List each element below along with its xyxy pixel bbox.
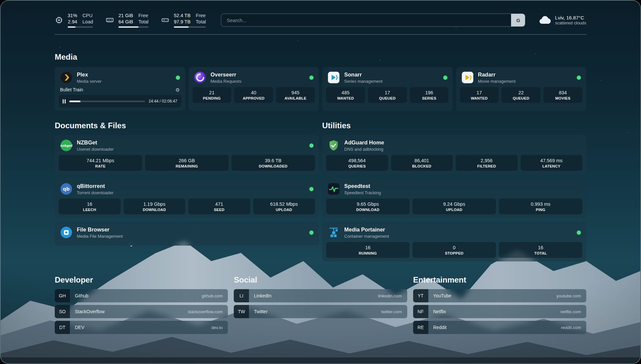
gear-icon[interactable]: ⚙: [175, 87, 180, 92]
service-stats: 744.21 MbpsRATE266 GBREMAINING39.6 TBDOW…: [59, 155, 315, 171]
service-info: NZBGetUsenet downloader: [77, 139, 114, 152]
stat-rate: 744.21 MbpsRATE: [59, 155, 142, 171]
stat-label: QUEUED: [369, 96, 406, 100]
stat-label: SEED: [190, 208, 249, 212]
service-name: NZBGet: [77, 139, 114, 146]
bookmark-url: github.com: [202, 293, 228, 298]
service-description: Torrent downloader: [77, 190, 113, 195]
resource-body: 52.4 TBFree97.9 TBTotal: [174, 13, 206, 28]
resource-label: Free: [196, 13, 206, 18]
service-card-plex[interactable]: PlexMedia serverBullet Train⚙24:44 / 02:…: [55, 67, 185, 111]
resource-label: Total: [138, 19, 149, 25]
bookmark-twitter[interactable]: TWTwittertwitter.com: [234, 305, 407, 318]
stat-available: 945AVAILABLE: [276, 87, 315, 103]
bookmark-groups: DeveloperGHGithubgithub.comSOStackOverfl…: [55, 275, 586, 334]
stat-label: REMAINING: [146, 164, 227, 168]
topbar-divider: [55, 34, 586, 35]
service-card-overseerr[interactable]: OverseerrMedia Requests21PENDING40APPROV…: [189, 67, 319, 111]
dashboard-screen: 31%CPU2.94Load21 GiBFree64 GiBTotal52.4 …: [0, 0, 641, 364]
service-stats: 498,564QUERIES86,401BLOCKED2,956FILTERED…: [326, 155, 582, 171]
stat-label: RATE: [60, 164, 141, 168]
adguard-icon: [327, 139, 340, 152]
service-name: AdGuard Home: [344, 139, 384, 146]
stat-value: 16: [500, 245, 581, 250]
utilities-cards: AdGuard HomeDNS and adblocking498,564QUE…: [322, 135, 586, 261]
bookmark-github[interactable]: GHGithubgithub.com: [55, 289, 228, 302]
service-description: Media File Management: [77, 234, 123, 239]
svg-text:qb: qb: [63, 186, 70, 192]
bookmark-name: LinkedIn: [249, 293, 271, 298]
service-header: nzbgetNZBGetUsenet downloader: [59, 138, 315, 155]
service-stats: 21PENDING40APPROVED945AVAILABLE: [193, 87, 315, 103]
qbittorrent-icon: qb: [60, 183, 73, 195]
resource-bar-fill: [118, 26, 138, 28]
pause-button[interactable]: [63, 99, 66, 104]
stat-label: TOTAL: [500, 251, 581, 255]
resource-bar-fill: [68, 26, 76, 28]
service-card-file-browser[interactable]: File BrowserMedia File Management: [55, 222, 319, 246]
bookmark-stackoverflow[interactable]: SOStackOverflowstackoverflow.com: [55, 305, 228, 318]
stat-value: 16: [60, 201, 119, 207]
stat-movies: 834MOVIES: [543, 87, 582, 103]
stat-value: 485: [327, 90, 364, 95]
stat-label: UPLOAD: [414, 208, 495, 212]
resource-bar: [68, 26, 93, 28]
bookmark-abbr: GH: [55, 289, 70, 302]
status-indicator: [577, 230, 581, 235]
bookmark-reddit[interactable]: RERedditreddit.com: [413, 321, 586, 334]
service-card-radarr[interactable]: RadarrMovie management17WANTED22QUEUED83…: [456, 67, 587, 111]
service-name: Plex: [77, 72, 102, 78]
stat-label: AVAILABLE: [277, 96, 314, 100]
service-card-adguard-home[interactable]: AdGuard HomeDNS and adblocking498,564QUE…: [322, 135, 586, 174]
section-documents-files: Documents & Files nzbgetNZBGetUsenet dow…: [55, 121, 319, 246]
service-card-qbittorrent[interactable]: qbqBittorrentTorrent downloader16LEECH1.…: [55, 178, 319, 218]
stat-value: 22: [503, 90, 539, 95]
stat-value: 945: [277, 90, 314, 95]
stat-label: LATENCY: [522, 164, 581, 168]
dashboard-content: 31%CPU2.94Load21 GiBFree64 GiBTotal52.4 …: [55, 1, 586, 334]
service-header: OverseerrMedia Requests: [193, 71, 315, 87]
service-card-speedtest[interactable]: SpeedtestSpeedtest Tracking9.65 GbpsDOWN…: [322, 178, 586, 218]
service-card-nzbget[interactable]: nzbgetNZBGetUsenet downloader744.21 Mbps…: [55, 135, 319, 174]
stat-label: STOPPED: [414, 251, 495, 255]
service-info: qBittorrentTorrent downloader: [77, 183, 113, 195]
service-header: SonarrSeries management: [326, 71, 449, 87]
stat-upload: 618.52 MbpsUPLOAD: [253, 198, 315, 214]
radarr-icon: [461, 71, 474, 84]
stat-queued: 22QUEUED: [502, 87, 540, 103]
service-info: Media PortainerContainer management: [344, 227, 389, 239]
bookmark-dev[interactable]: DTDEVdev.to: [55, 321, 228, 334]
stat-label: MOVIES: [545, 96, 581, 100]
bookmark-netflix[interactable]: NFNetflixnetflix.com: [413, 305, 586, 318]
group-title-utilities: Utilities: [322, 121, 586, 130]
status-indicator: [309, 76, 314, 80]
topbar: 31%CPU2.94Load21 GiBFree64 GiBTotal52.4 …: [55, 13, 586, 28]
service-card-sonarr[interactable]: SonarrSeries management485WANTED17QUEUED…: [322, 67, 453, 111]
search-provider-button[interactable]: G: [511, 14, 525, 26]
stat-value: 618.52 Mbps: [255, 201, 314, 207]
stat-value: 17: [369, 90, 406, 95]
group-title-developer: Developer: [55, 275, 228, 285]
service-card-media-portainer[interactable]: Media PortainerContainer management16RUN…: [322, 222, 586, 261]
memory-icon: [106, 16, 114, 24]
service-description: DNS and adblocking: [344, 147, 384, 152]
nzbget-icon: nzbget: [60, 139, 73, 152]
stat-label: QUERIES: [327, 164, 387, 168]
search-input[interactable]: [221, 14, 511, 26]
bookmark-name: Reddit: [428, 325, 446, 330]
stat-latency: 47.569 msLATENCY: [521, 155, 583, 171]
stat-label: QUEUED: [503, 96, 539, 100]
stat-label: SERIES: [411, 96, 447, 100]
stat-label: BLOCKED: [392, 164, 452, 168]
seek-bar[interactable]: [69, 101, 145, 102]
filebrowser-icon: [60, 226, 73, 239]
weather-location: Lviv, 16.87°C: [555, 15, 586, 20]
bookmark-name: StackOverflow: [70, 309, 105, 314]
stat-label: DOWNLOAD: [125, 208, 184, 212]
resource-label: Free: [138, 13, 149, 18]
stat-value: 86,401: [392, 158, 452, 163]
service-info: SonarrSeries management: [344, 72, 382, 84]
bookmark-youtube[interactable]: YTYouTubeyoutube.com: [413, 289, 586, 302]
bookmark-linkedin[interactable]: LILinkedInlinkedin.com: [234, 289, 407, 302]
service-description: Container management: [344, 234, 389, 239]
